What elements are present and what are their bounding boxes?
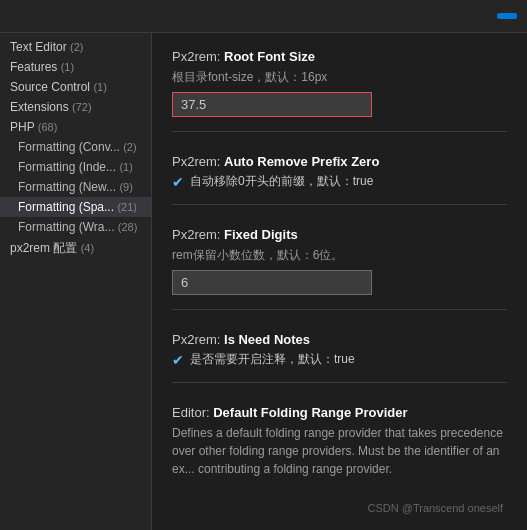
sidebar-item-label: Formatting (Wra... [18, 220, 114, 234]
sidebar-item-extensions[interactable]: Extensions (72) [0, 97, 151, 117]
setting-prefix: Px2rem: [172, 332, 220, 347]
sidebar-item-label: Source Control [10, 80, 90, 94]
setting-desc-default-folding-range: Defines a default folding range provider… [172, 424, 507, 478]
sidebar-item-label: Features [10, 60, 57, 74]
setting-title: Auto Remove Prefix Zero [224, 154, 379, 169]
setting-input-root-font-size[interactable] [172, 92, 372, 117]
settings-content: Px2rem: Root Font Size 根目录font-size，默认：1… [152, 33, 527, 530]
setting-block-is-need-notes: Px2rem: Is Need Notes ✔ 是否需要开启注释，默认：true [172, 332, 507, 383]
setting-block-default-folding-range: Editor: Default Folding Range Provider D… [172, 405, 507, 478]
setting-prefix: Editor: [172, 405, 210, 420]
sidebar-item-label: Formatting (New... [18, 180, 116, 194]
checkbox-icon-is-need-notes[interactable]: ✔ [172, 352, 184, 368]
sidebar-badge: (21) [117, 201, 137, 213]
sidebar-item-formatting-inde[interactable]: Formatting (Inde... (1) [0, 157, 151, 177]
setting-title: Root Font Size [224, 49, 315, 64]
checkbox-row-auto-remove-prefix-zero: ✔ 自动移除0开头的前缀，默认：true [172, 173, 507, 190]
sidebar-badge: (28) [118, 221, 138, 233]
checkbox-row-is-need-notes: ✔ 是否需要开启注释，默认：true [172, 351, 507, 368]
divider-auto-remove-prefix-zero [172, 204, 507, 205]
setting-title: Default Folding Range Provider [213, 405, 407, 420]
sidebar-badge: (2) [70, 41, 83, 53]
sidebar-item-label: Formatting (Inde... [18, 160, 116, 174]
setting-label-default-folding-range: Editor: Default Folding Range Provider [172, 405, 507, 420]
setting-desc-fixed-digits: rem保留小数位数，默认：6位。 [172, 246, 507, 264]
sidebar-badge: (72) [72, 101, 92, 113]
main-layout: Text Editor (2)Features (1)Source Contro… [0, 33, 527, 530]
checkbox-label-auto-remove-prefix-zero: 自动移除0开头的前缀，默认：true [190, 173, 373, 190]
sidebar-badge: (2) [123, 141, 136, 153]
divider-root-font-size [172, 131, 507, 132]
setting-label-is-need-notes: Px2rem: Is Need Notes [172, 332, 507, 347]
setting-label-auto-remove-prefix-zero: Px2rem: Auto Remove Prefix Zero [172, 154, 507, 169]
footer-note: CSDN @Transcend oneself [172, 500, 507, 516]
sidebar-item-px2rem[interactable]: px2rem 配置 (4) [0, 237, 151, 260]
sidebar: Text Editor (2)Features (1)Source Contro… [0, 33, 152, 530]
sidebar-badge: (1) [61, 61, 74, 73]
sidebar-badge: (1) [93, 81, 106, 93]
setting-prefix: Px2rem: [172, 154, 220, 169]
setting-label-root-font-size: Px2rem: Root Font Size [172, 49, 507, 64]
sidebar-badge: (1) [119, 161, 132, 173]
sidebar-item-label: Formatting (Spa... [18, 200, 114, 214]
sidebar-item-features[interactable]: Features (1) [0, 57, 151, 77]
sidebar-item-label: PHP [10, 120, 34, 134]
sidebar-badge: (68) [38, 121, 58, 133]
checkbox-icon-auto-remove-prefix-zero[interactable]: ✔ [172, 174, 184, 190]
sidebar-item-formatting-conv[interactable]: Formatting (Conv... (2) [0, 137, 151, 157]
setting-title: Is Need Notes [224, 332, 310, 347]
sidebar-badge: (4) [81, 242, 94, 254]
sidebar-item-label: px2rem 配置 [10, 241, 77, 255]
sidebar-item-formatting-spa[interactable]: Formatting (Spa... (21) [0, 197, 151, 217]
sidebar-item-text-editor[interactable]: Text Editor (2) [0, 37, 151, 57]
divider-fixed-digits [172, 309, 507, 310]
sidebar-item-php[interactable]: PHP (68) [0, 117, 151, 137]
setting-block-root-font-size: Px2rem: Root Font Size 根目录font-size，默认：1… [172, 49, 507, 132]
sidebar-item-label: Formatting (Conv... [18, 140, 120, 154]
checkbox-label-is-need-notes: 是否需要开启注释，默认：true [190, 351, 355, 368]
sidebar-item-label: Text Editor [10, 40, 67, 54]
setting-desc-root-font-size: 根目录font-size，默认：16px [172, 68, 507, 86]
setting-prefix: Px2rem: [172, 227, 220, 242]
divider-is-need-notes [172, 382, 507, 383]
setting-prefix: Px2rem: [172, 49, 220, 64]
setting-title: Fixed Digits [224, 227, 298, 242]
sidebar-item-label: Extensions [10, 100, 69, 114]
header [0, 0, 527, 33]
setting-block-fixed-digits: Px2rem: Fixed Digits rem保留小数位数，默认：6位。 [172, 227, 507, 310]
setting-label-fixed-digits: Px2rem: Fixed Digits [172, 227, 507, 242]
sidebar-item-formatting-new[interactable]: Formatting (New... (9) [0, 177, 151, 197]
sidebar-item-source-control[interactable]: Source Control (1) [0, 77, 151, 97]
setting-block-auto-remove-prefix-zero: Px2rem: Auto Remove Prefix Zero ✔ 自动移除0开… [172, 154, 507, 205]
sidebar-badge: (9) [119, 181, 132, 193]
backup-button[interactable] [497, 13, 517, 19]
sidebar-item-formatting-wra[interactable]: Formatting (Wra... (28) [0, 217, 151, 237]
setting-input-fixed-digits[interactable] [172, 270, 372, 295]
